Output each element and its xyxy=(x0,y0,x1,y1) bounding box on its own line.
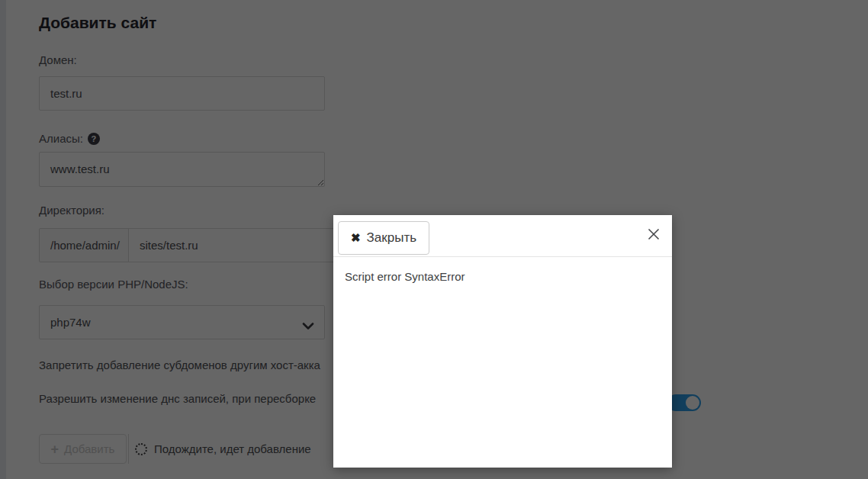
heavy-x-icon: ✖ xyxy=(351,231,361,245)
add-site-page: Добавить сайт Домен: Алиасы: ? www.test.… xyxy=(0,0,868,479)
modal-close-button[interactable]: ✖ Закрыть xyxy=(338,221,429,255)
x-icon[interactable] xyxy=(647,227,661,241)
modal-header: ✖ Закрыть xyxy=(333,215,672,257)
modal-error-message: Script error SyntaxError xyxy=(345,270,465,283)
error-modal: ✖ Закрыть Script error SyntaxError xyxy=(333,215,672,468)
modal-close-button-label: Закрыть xyxy=(367,230,416,246)
